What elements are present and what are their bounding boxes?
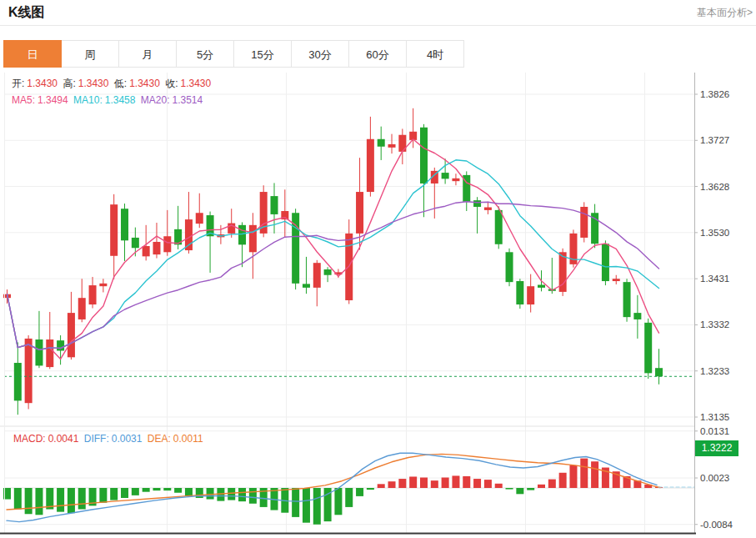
page-title: K线图 bbox=[8, 4, 45, 22]
macd-bar bbox=[527, 488, 534, 490]
macd-bar bbox=[238, 488, 246, 501]
macd-bar bbox=[409, 476, 417, 488]
axis-label: 0.0131 bbox=[700, 426, 729, 436]
macd-bar bbox=[538, 485, 545, 488]
macd-bar bbox=[367, 488, 374, 490]
macd-bar bbox=[484, 480, 492, 488]
period-tabs: 日 周 月 5分 15分 30分 60分 4时 bbox=[4, 40, 464, 68]
macd-legend: MACD:0.0041 DIFF:0.0031 DEA:0.0011 bbox=[13, 433, 206, 445]
axis-label: 1.3727 bbox=[700, 135, 729, 145]
macd-bar bbox=[548, 480, 556, 488]
candle-body bbox=[442, 173, 449, 178]
candle-body bbox=[602, 244, 609, 281]
ma10-value: 1.3458 bbox=[105, 94, 136, 106]
tab-15min[interactable]: 15分 bbox=[233, 40, 292, 68]
candle-body bbox=[356, 192, 363, 234]
candle-body bbox=[238, 225, 246, 245]
axis-label: 1.3135 bbox=[700, 412, 729, 422]
close-label: 收: bbox=[165, 78, 178, 89]
macd-bar bbox=[378, 484, 385, 488]
low-label: 低: bbox=[114, 78, 127, 89]
candle-body bbox=[484, 208, 492, 210]
candle-body bbox=[633, 313, 641, 319]
candle-body bbox=[516, 281, 523, 304]
candle-body bbox=[388, 144, 396, 148]
candle-body bbox=[78, 298, 86, 319]
macd-bar bbox=[14, 488, 22, 510]
candle-body bbox=[655, 368, 663, 376]
candle-body bbox=[420, 128, 428, 184]
candle-body bbox=[303, 284, 310, 287]
macd-bar bbox=[506, 488, 513, 490]
ma-legend: MA5:1.3494 MA10:1.3458 MA20:1.3514 bbox=[12, 94, 205, 106]
tab-5min[interactable]: 5分 bbox=[176, 40, 234, 68]
kline-chart: 1.38261.37271.36281.35301.34311.33321.32… bbox=[0, 70, 756, 538]
candle-body bbox=[473, 200, 481, 207]
candle-body bbox=[613, 279, 620, 281]
axis-label: 0.0023 bbox=[700, 473, 729, 483]
macd-bar bbox=[420, 478, 428, 488]
macd-bar bbox=[163, 488, 171, 490]
macd-bar bbox=[388, 481, 396, 488]
macd-bar bbox=[57, 488, 64, 512]
axis-label: 1.3530 bbox=[700, 228, 729, 238]
tab-month[interactable]: 月 bbox=[118, 40, 177, 68]
ma5-label: MA5: bbox=[12, 94, 35, 106]
axis-label: 1.3826 bbox=[700, 89, 729, 99]
low-value: 1.3430 bbox=[129, 78, 160, 89]
macd-bar bbox=[473, 479, 481, 488]
candle-body bbox=[324, 269, 332, 275]
candle-body bbox=[46, 339, 53, 367]
kline-page: K线图 基本面分析> 日 周 月 5分 15分 30分 60分 4时 1.382… bbox=[0, 0, 756, 538]
tab-week[interactable]: 周 bbox=[61, 40, 119, 68]
macd-bar bbox=[559, 473, 567, 488]
diff-label: DIFF: bbox=[84, 433, 109, 445]
tab-day[interactable]: 日 bbox=[3, 40, 62, 68]
ma20-label: MA20: bbox=[141, 94, 170, 106]
current-price-tag: 1.3222 bbox=[695, 440, 738, 456]
candle-body bbox=[132, 238, 139, 248]
macd-bar bbox=[132, 488, 139, 495]
candle-body bbox=[143, 246, 150, 256]
candle-body bbox=[378, 139, 385, 147]
macd-bar bbox=[35, 488, 43, 515]
axis-label: 1.3233 bbox=[700, 366, 729, 376]
macd-bar bbox=[174, 488, 182, 493]
candle-body bbox=[249, 225, 257, 252]
candle-body bbox=[25, 339, 33, 403]
macd-bar bbox=[334, 488, 342, 515]
chart-canvas[interactable]: 1.38261.37271.36281.35301.34311.33321.32… bbox=[0, 70, 756, 538]
close-value: 1.3430 bbox=[181, 78, 212, 89]
macd-bar bbox=[110, 488, 118, 500]
tab-60min[interactable]: 60分 bbox=[348, 40, 407, 68]
candle-body bbox=[68, 313, 75, 357]
axis-label: -0.0084 bbox=[700, 520, 733, 530]
axis-label: 1.3431 bbox=[700, 274, 729, 284]
dea-value: 0.0011 bbox=[173, 433, 203, 445]
candle-body bbox=[495, 210, 503, 244]
high-value: 1.3430 bbox=[78, 78, 109, 89]
macd-bar bbox=[431, 480, 438, 488]
candle-body bbox=[99, 284, 107, 286]
candle-body bbox=[313, 263, 321, 288]
macd-bar bbox=[249, 488, 257, 504]
macd-bar bbox=[452, 475, 459, 488]
diff-value: 0.0031 bbox=[112, 433, 143, 445]
tab-30min[interactable]: 30分 bbox=[291, 40, 349, 68]
open-value: 1.3430 bbox=[27, 78, 58, 89]
macd-bar bbox=[121, 488, 128, 498]
candle-body bbox=[271, 196, 278, 214]
candle-body bbox=[110, 204, 118, 256]
ma20-value: 1.3514 bbox=[172, 94, 203, 106]
high-label: 高: bbox=[63, 78, 75, 89]
ma10-line bbox=[8, 160, 659, 350]
macd-bar bbox=[78, 488, 86, 510]
macd-bar bbox=[463, 476, 470, 488]
candle-body bbox=[35, 339, 43, 365]
macd-bar bbox=[68, 488, 75, 513]
tab-4hour[interactable]: 4时 bbox=[406, 40, 464, 68]
macd-value: 0.0041 bbox=[48, 433, 79, 445]
fundamental-analysis-link[interactable]: 基本面分析> bbox=[697, 6, 753, 20]
candle-body bbox=[452, 178, 459, 181]
macd-bar bbox=[569, 465, 577, 488]
